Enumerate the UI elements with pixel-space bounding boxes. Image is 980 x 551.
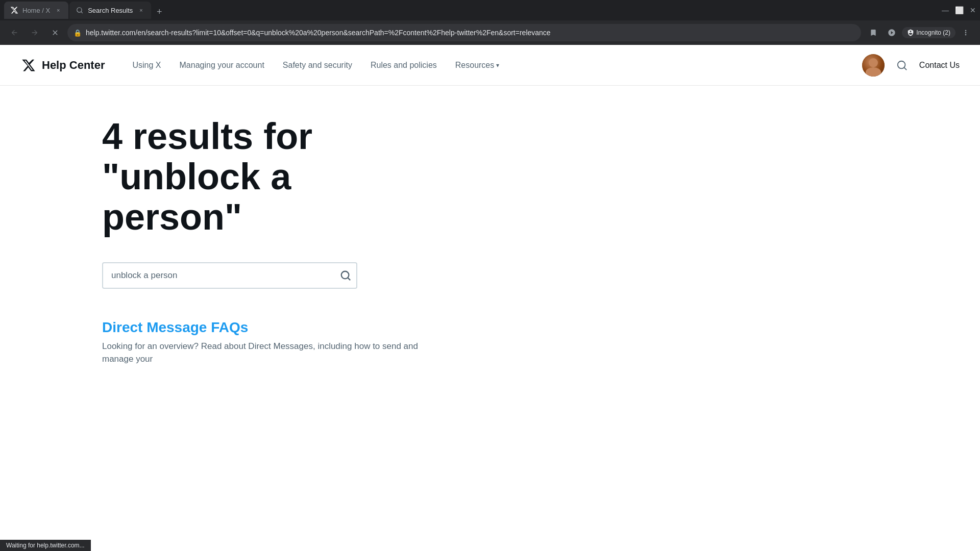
logo-icon [20, 57, 37, 73]
tab-search[interactable]: Search Results × [69, 2, 151, 19]
results-heading: 4 results for "unblock a person" [102, 116, 408, 238]
nav-resources[interactable]: Resources ▾ [448, 57, 506, 74]
chevron-down-icon: ▾ [496, 62, 499, 69]
tab-home-label: Home / X [22, 7, 50, 14]
logo-text: Help Center [42, 59, 105, 72]
search-box-container [102, 262, 357, 289]
forward-button[interactable] [27, 24, 43, 41]
new-tab-button[interactable]: + [152, 5, 166, 19]
tab-search-favicon [76, 6, 84, 14]
search-button[interactable] [893, 56, 911, 74]
website: Help Center Using X Managing your accoun… [0, 45, 980, 551]
tab-home-favicon [10, 6, 18, 14]
browser-toolbar: 🔒 Incognito (2) [0, 20, 980, 45]
minimize-button[interactable]: — [942, 6, 949, 14]
nav-rules-policies[interactable]: Rules and policies [363, 57, 444, 74]
site-header: Help Center Using X Managing your accoun… [0, 45, 980, 86]
header-actions: Contact Us [862, 54, 960, 77]
tab-home-close[interactable]: × [54, 6, 62, 14]
main-nav: Using X Managing your account Safety and… [125, 57, 862, 74]
address-bar[interactable] [86, 29, 855, 37]
result-item: Direct Message FAQs Looking for an overv… [102, 319, 878, 366]
browser-chrome: Home / X × Search Results × + — ⬜ ✕ [0, 0, 980, 45]
maximize-button[interactable]: ⬜ [955, 6, 964, 14]
window-controls: — ⬜ ✕ [942, 6, 976, 14]
avatar-image [862, 54, 885, 77]
incognito-label: Incognito (2) [916, 29, 950, 36]
search-input[interactable] [102, 262, 357, 289]
bookmark-button[interactable] [865, 24, 881, 41]
back-button[interactable] [6, 24, 22, 41]
tab-search-label: Search Results [88, 7, 133, 14]
nav-managing-account[interactable]: Managing your account [173, 57, 272, 74]
result-title-link[interactable]: Direct Message FAQs [102, 319, 878, 336]
result-description: Looking for an overview? Read about Dire… [102, 340, 449, 366]
status-bar: Waiting for help.twitter.com... [0, 540, 91, 551]
incognito-badge[interactable]: Incognito (2) [902, 27, 955, 38]
tab-search-close[interactable]: × [137, 6, 145, 14]
toolbar-actions: Incognito (2) [865, 24, 974, 41]
close-window-button[interactable]: ✕ [970, 6, 976, 14]
nav-resources-label: Resources [455, 61, 494, 70]
contact-us-link[interactable]: Contact Us [919, 61, 960, 70]
svg-line-3 [904, 67, 906, 70]
logo-link[interactable]: Help Center [20, 57, 105, 73]
svg-line-5 [348, 278, 350, 280]
browser-titlebar: Home / X × Search Results × + — ⬜ ✕ [0, 0, 980, 20]
reload-button[interactable] [47, 24, 63, 41]
svg-line-1 [81, 12, 83, 13]
security-icon: 🔒 [74, 29, 82, 37]
main-content: 4 results for "unblock a person" Direct … [0, 86, 980, 396]
tab-home[interactable]: Home / X × [4, 2, 68, 19]
tab-list: Home / X × Search Results × + [4, 2, 940, 19]
address-bar-container[interactable]: 🔒 [67, 24, 861, 41]
nav-safety-security[interactable]: Safety and security [276, 57, 359, 74]
user-avatar[interactable] [862, 54, 885, 77]
nav-using-x[interactable]: Using X [125, 57, 168, 74]
more-button[interactable] [958, 24, 974, 41]
status-text: Waiting for help.twitter.com... [6, 542, 85, 549]
profile-button[interactable] [884, 24, 900, 41]
search-submit-button[interactable] [340, 270, 351, 281]
